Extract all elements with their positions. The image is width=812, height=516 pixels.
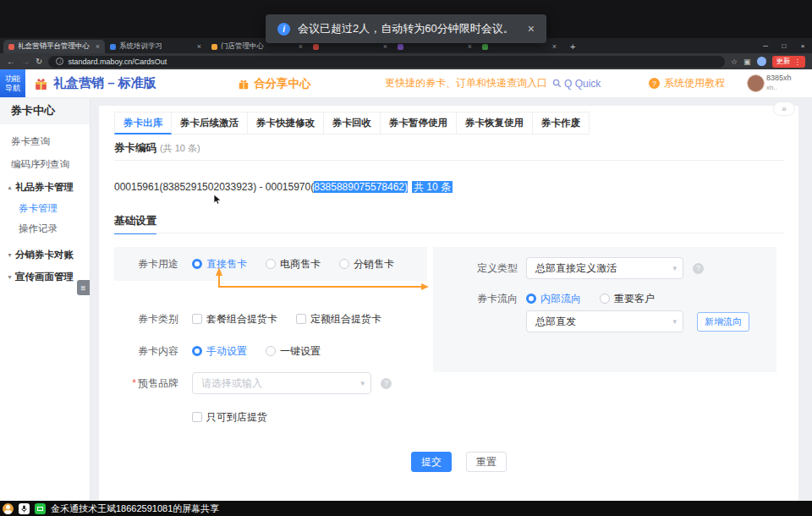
define-type-row: 定义类型 总部直接定义激活 ▾ ?: [471, 257, 704, 279]
tab-close-icon[interactable]: ×: [552, 42, 557, 51]
checkbox-icon: [192, 412, 202, 422]
category-label: 券卡类别: [116, 312, 178, 327]
required-asterisk: *: [132, 377, 136, 389]
tab-close-icon[interactable]: ×: [383, 42, 387, 51]
define-type-select[interactable]: 总部直接定义激活 ▾: [526, 257, 683, 279]
close-icon[interactable]: ×: [528, 22, 535, 36]
checkbox-icon: [296, 314, 306, 324]
site-info-icon[interactable]: i: [56, 58, 63, 65]
radio-selected-icon: [192, 259, 202, 269]
submit-button[interactable]: 提交: [411, 452, 452, 472]
caret-down-icon: ▼: [7, 252, 13, 258]
profile-avatar[interactable]: [757, 57, 766, 66]
add-flow-button[interactable]: 新增流向: [697, 312, 749, 332]
tab-favicon-icon: [8, 44, 14, 50]
brand-select[interactable]: 请选择或输入 ▾: [192, 372, 371, 394]
content-label: 券卡内容: [116, 344, 178, 359]
tab-card-later-activation[interactable]: 券卡后续激活: [172, 112, 248, 134]
radio-internal-flow[interactable]: 内部流向: [526, 292, 581, 306]
content-row: 券卡内容 手动设置 一键设置: [116, 340, 339, 362]
app-logo: 礼盒营销 – 标准版: [34, 69, 156, 97]
checkbox-store-pickup-only[interactable]: 只可到店提货: [192, 410, 267, 425]
tab-card-suspend[interactable]: 券卡暂停使用: [381, 112, 457, 134]
sidebar-collapse-toggle[interactable]: ≡: [77, 280, 90, 295]
tutorial-link[interactable]: ? 系统使用教程: [649, 69, 725, 97]
url-field[interactable]: i standard.maboy.cn/CardsOut: [48, 56, 725, 68]
divider: [114, 233, 784, 233]
radio-one-key-setting[interactable]: 一键设置: [266, 344, 321, 359]
quick-search-link[interactable]: Q Quick: [552, 78, 601, 90]
maximize-button[interactable]: □: [775, 38, 793, 53]
toast-text: 会议已超过2人，自动转为60分钟限时会议。: [298, 21, 514, 36]
tab-favicon-icon: [398, 44, 403, 50]
tab-close-icon[interactable]: ×: [197, 42, 201, 51]
sidebar-title: 券卡中心: [0, 97, 90, 124]
caret-down-icon: ▼: [7, 274, 13, 280]
tab-card-quick-edit[interactable]: 券卡快捷修改: [248, 112, 324, 134]
forward-icon[interactable]: →: [21, 57, 30, 66]
flow-select-row: 总部直发 ▾ 新增流向: [471, 310, 749, 332]
user-avatar[interactable]: [747, 74, 765, 92]
tab-favicon-icon: [482, 44, 488, 50]
quick-entry: 更快捷的券卡、订单和快递查询入口 Q Quick: [385, 69, 601, 97]
sidebar-item-code-sequence-query[interactable]: 编码序列查询: [0, 153, 90, 176]
store-pickup-row: 只可到店提货: [192, 406, 286, 428]
flow-row: 券卡流向 内部流向 重要客户: [471, 288, 673, 310]
user-name: 8385xh xh..: [766, 74, 800, 92]
minimize-button[interactable]: ─: [756, 38, 775, 53]
app-title: 礼盒营销 – 标准版: [53, 75, 156, 91]
microphone-icon[interactable]: [19, 503, 30, 514]
define-type-help-icon[interactable]: ?: [693, 263, 704, 274]
info-icon: i: [277, 23, 290, 36]
tab-card-recycle[interactable]: 券卡回收: [324, 112, 381, 134]
caret-up-icon: ▲: [7, 184, 13, 190]
function-tabs: 券卡出库 券卡后续激活 券卡快捷修改 券卡回收 券卡暂停使用 券卡恢复使用 券卡…: [114, 112, 590, 134]
reset-button[interactable]: 重置: [466, 452, 507, 472]
sidebar-item-card-management[interactable]: 券卡管理: [0, 198, 90, 218]
brand-help-icon[interactable]: ?: [381, 378, 392, 389]
tab-favicon-icon: [313, 44, 319, 50]
sidebar-menu: 券卡查询 编码序列查询 ▲ 礼品券卡管理 券卡管理 操作记录 ▼ 分销券卡对账 …: [0, 124, 90, 288]
panel-collapse-button[interactable]: »: [773, 102, 795, 116]
basic-settings-title: 基础设置: [114, 214, 156, 234]
back-icon[interactable]: ←: [7, 57, 15, 66]
gift-icon: [34, 76, 48, 91]
selected-code-text: 8385889075578462): [314, 181, 408, 193]
radio-manual-setting[interactable]: 手动设置: [192, 344, 247, 359]
browser-tab-2[interactable]: 系统培训学习 ×: [105, 40, 206, 53]
function-nav-button[interactable]: 功能 导航: [0, 69, 25, 97]
sidebar-item-operation-records[interactable]: 操作记录: [0, 218, 90, 239]
tab-card-resume[interactable]: 券卡恢复使用: [457, 112, 533, 134]
extensions-icon[interactable]: ▣: [743, 58, 751, 66]
browser-tab-1[interactable]: 礼盒营销平台管理中心 ×: [3, 40, 105, 53]
tab-close-icon[interactable]: ×: [468, 42, 472, 51]
menu-icon[interactable]: ⋮: [794, 58, 802, 66]
checkbox-fixed-amount-combo-card[interactable]: 定额组合提货卡: [296, 312, 381, 327]
radio-distribution-sale[interactable]: 分销售卡: [339, 257, 394, 272]
radio-direct-sale[interactable]: 直接售卡: [192, 257, 247, 272]
main-panel: » 券卡出库 券卡后续激活 券卡快捷修改 券卡回收 券卡暂停使用 券卡恢复使用 …: [99, 106, 798, 501]
reload-icon[interactable]: ↻: [36, 57, 42, 66]
tab-card-void[interactable]: 券卡作废: [533, 112, 590, 134]
radio-important-customer[interactable]: 重要客户: [600, 292, 655, 306]
brand-label: *预售品牌: [116, 376, 178, 391]
tab-close-icon[interactable]: ×: [299, 42, 303, 51]
screen: i 会议已超过2人，自动转为60分钟限时会议。 × 礼盒营销平台管理中心 × 系…: [0, 0, 812, 516]
tab-close-icon[interactable]: ×: [96, 42, 100, 51]
checkbox-package-combo-card[interactable]: 套餐组合提货卡: [192, 312, 277, 327]
share-center-link[interactable]: 合分享中心: [238, 69, 311, 97]
gift-icon: [238, 78, 250, 90]
sidebar-group-distribution-reconciliation[interactable]: ▼ 分销券卡对账: [0, 244, 90, 266]
card-code-range: 00015961(8385291502033923) - 00015970(83…: [114, 180, 453, 195]
close-window-button[interactable]: ×: [793, 38, 812, 53]
usage-label: 券卡用途: [116, 257, 178, 272]
checkbox-icon: [192, 314, 202, 324]
update-badge[interactable]: 更新 ⋮: [772, 56, 806, 68]
sidebar-item-card-query[interactable]: 券卡查询: [0, 130, 90, 153]
tab-card-outbound[interactable]: 券卡出库: [114, 112, 172, 134]
bookmark-star-icon[interactable]: ☆: [731, 58, 738, 66]
new-tab-button[interactable]: +: [567, 40, 579, 53]
sidebar-group-gift-card-management[interactable]: ▲ 礼品券卡管理: [0, 176, 90, 198]
radio-ecommerce-sale[interactable]: 电商售卡: [266, 257, 321, 272]
flow-select[interactable]: 总部直发 ▾: [526, 310, 683, 332]
